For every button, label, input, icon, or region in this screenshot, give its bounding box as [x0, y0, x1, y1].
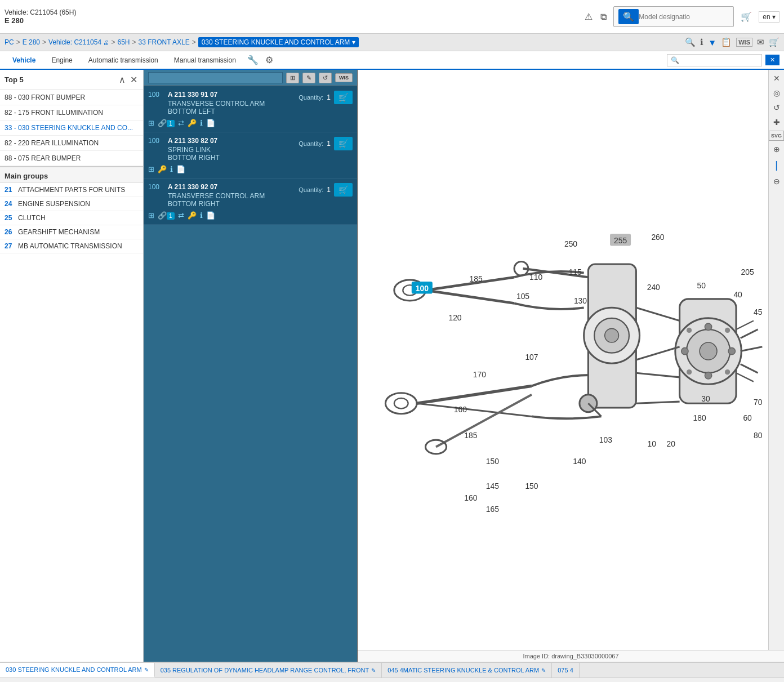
- parts-refresh-btn[interactable]: ↺: [319, 73, 332, 83]
- svg-text:100: 100: [416, 284, 429, 293]
- part-2-cart-btn[interactable]: 🛒: [334, 137, 353, 150]
- main-groups-title: Main groups: [0, 166, 143, 183]
- diagram-svg: 100 255 260 250 205 185 110 115 105: [358, 70, 784, 650]
- thumb-tab-075[interactable]: 075 4: [552, 663, 580, 677]
- diag-target-btn[interactable]: ◎: [772, 87, 782, 99]
- part-1-doc-icon[interactable]: 📄: [206, 119, 215, 127]
- part-2-qty: Quantity: 1 🛒: [299, 137, 353, 150]
- diag-svg-btn[interactable]: SVG: [769, 131, 784, 141]
- top5-close[interactable]: ✕: [129, 73, 139, 86]
- thumb-tab-045[interactable]: 045 4MATIC STEERING KNUCKLE & CONTROL AR…: [382, 663, 552, 677]
- parts-grid-btn[interactable]: ⊞: [286, 73, 299, 83]
- main-group-25[interactable]: 25 CLUTCH: [0, 211, 143, 225]
- part-3-cart-btn[interactable]: 🛒: [334, 183, 353, 197]
- part-1-sub: BOTTOM LEFT: [168, 108, 299, 115]
- part-2-code: A 211 330 82 07: [168, 137, 299, 145]
- part-3-info-icon[interactable]: ℹ: [200, 211, 203, 220]
- part-1-grid-icon[interactable]: ⊞: [148, 119, 154, 127]
- cart-icon[interactable]: 🛒: [740, 10, 753, 23]
- breadcrumb-65h[interactable]: 65H: [117, 38, 130, 46]
- warning-icon[interactable]: ⚠: [583, 10, 594, 23]
- thumb-tab-035-edit-icon[interactable]: ✎: [371, 667, 376, 674]
- part-3-doc-icon[interactable]: 📄: [206, 211, 215, 220]
- part-3-grid-icon[interactable]: ⊞: [148, 211, 154, 220]
- parts-edit-btn[interactable]: ✎: [302, 73, 315, 83]
- parts-list: 100 A 211 330 91 07 TRANSVERSE CONTROL A…: [144, 86, 357, 662]
- part-2-doc-icon[interactable]: 📄: [176, 165, 185, 173]
- thumb-tab-035[interactable]: 035 REGULATION OF DYNAMIC HEADLAMP RANGE…: [155, 663, 382, 677]
- tab-engine[interactable]: Engine: [43, 52, 80, 70]
- model-search-input[interactable]: [639, 13, 729, 21]
- cart-breadcrumb-icon[interactable]: 🛒: [769, 37, 779, 47]
- breadcrumb-pc[interactable]: PC: [5, 38, 14, 46]
- top5-collapse[interactable]: ∧: [118, 73, 127, 86]
- svg-text:170: 170: [473, 370, 486, 379]
- tab-search-clear[interactable]: ✕: [765, 55, 779, 65]
- tab-search-input[interactable]: [679, 56, 758, 64]
- part-3-qty: Quantity: 1 🛒: [299, 183, 353, 197]
- report-icon[interactable]: 📋: [721, 37, 732, 47]
- tab-automatic[interactable]: Automatic transmission: [81, 52, 166, 70]
- part-2-info-icon[interactable]: ℹ: [170, 165, 173, 173]
- svg-point-21: [705, 372, 711, 379]
- language-selector[interactable]: en ▾: [759, 11, 779, 23]
- part-3-key-icon[interactable]: 🔑: [188, 211, 197, 220]
- part-3-link-icon[interactable]: 🔗1: [158, 211, 175, 220]
- diag-history-btn[interactable]: ↺: [772, 101, 782, 114]
- part-2-actions: ⊞ 🔑 ℹ 📄: [148, 165, 353, 173]
- tab-icon-gear[interactable]: ⚙: [262, 51, 277, 69]
- top5-item-4[interactable]: 82 - 220 REAR ILLUMINATION: [0, 136, 143, 151]
- diagram-image-id: Image ID: drawing_B33030000067: [358, 650, 784, 662]
- diag-crosshair-btn[interactable]: ✚: [772, 116, 782, 128]
- mail-icon[interactable]: ✉: [757, 37, 764, 47]
- svg-text:20: 20: [666, 439, 675, 448]
- svg-text:150: 150: [486, 457, 499, 466]
- tab-search-area: 🔍 ✕: [667, 54, 779, 66]
- breadcrumb-e280[interactable]: E 280: [23, 38, 40, 46]
- main-group-24[interactable]: 24 ENGINE SUSPENSION: [0, 197, 143, 211]
- model-name: E 280: [5, 16, 76, 25]
- part-1-code: A 211 330 91 07: [168, 91, 299, 99]
- copy-icon[interactable]: ⧉: [599, 11, 608, 23]
- part-1-link-icon[interactable]: 🔗1: [158, 119, 175, 127]
- top5-item-5[interactable]: 88 - 075 REAR BUMPER: [0, 151, 143, 166]
- filter-icon[interactable]: ▼: [708, 38, 716, 47]
- zoom-in-icon[interactable]: 🔍: [685, 37, 696, 47]
- top5-item-1[interactable]: 88 - 030 FRONT BUMPER: [0, 90, 143, 105]
- breadcrumb-vehicle[interactable]: Vehicle: C211054 🖨: [48, 38, 109, 46]
- parts-wis-btn[interactable]: WIS: [335, 73, 353, 82]
- main-group-27[interactable]: 27 MB AUTOMATIC TRANSMISSION: [0, 239, 143, 253]
- tab-manual[interactable]: Manual transmission: [166, 52, 244, 70]
- part-1-arrows-icon[interactable]: ⇄: [178, 119, 184, 127]
- top5-item-2[interactable]: 82 - 175 FRONT ILLUMINATION: [0, 105, 143, 121]
- diag-zoom-out-btn[interactable]: ⊖: [772, 175, 782, 188]
- model-search-btn[interactable]: 🔍: [618, 9, 639, 24]
- main-group-21[interactable]: 21 ATTACHMENT PARTS FOR UNITS: [0, 183, 143, 197]
- tab-icon-wrench[interactable]: 🔧: [244, 51, 262, 69]
- part-2-name: SPRING LINK: [168, 146, 299, 154]
- breadcrumb-front-axle[interactable]: 33 FRONT AXLE: [139, 38, 190, 46]
- part-1-info-icon[interactable]: ℹ: [200, 119, 203, 127]
- part-1-header: 100 A 211 330 91 07 TRANSVERSE CONTROL A…: [148, 91, 353, 115]
- thumb-tab-030[interactable]: 030 STEERING KNUCKLE AND CONTROL ARM ✎: [0, 663, 155, 677]
- breadcrumb-current-item[interactable]: 030 STEERING KNUCKLE AND CONTROL ARM ▾: [198, 37, 359, 47]
- diag-zoom-in-btn[interactable]: ⊕: [772, 143, 782, 155]
- tab-search-box: 🔍: [667, 54, 762, 66]
- part-1-qty: Quantity: 1 🛒: [299, 91, 353, 104]
- top5-controls: ∧ ✕: [118, 73, 139, 86]
- wis-icon[interactable]: WIS: [736, 38, 752, 47]
- part-2-key-icon[interactable]: 🔑: [158, 165, 167, 173]
- part-1-key-icon[interactable]: 🔑: [188, 119, 197, 127]
- part-2-grid-icon[interactable]: ⊞: [148, 165, 154, 173]
- info-icon[interactable]: ℹ: [700, 37, 703, 47]
- part-3-arrows-icon[interactable]: ⇄: [178, 211, 184, 220]
- thumb-tab-030-edit-icon[interactable]: ✎: [144, 667, 149, 673]
- tab-vehicle[interactable]: Vehicle: [5, 52, 43, 70]
- main-group-26[interactable]: 26 GEARSHIFT MECHANISM: [0, 225, 143, 239]
- part-1-info: A 211 330 91 07 TRANSVERSE CONTROL ARM B…: [168, 91, 299, 115]
- svg-text:185: 185: [464, 431, 477, 440]
- diag-close-btn[interactable]: ✕: [772, 72, 782, 84]
- top5-item-3[interactable]: 33 - 030 STEERING KNUCKLE AND CO...: [0, 121, 143, 136]
- thumb-tab-045-edit-icon[interactable]: ✎: [541, 667, 546, 674]
- part-1-cart-btn[interactable]: 🛒: [334, 91, 353, 104]
